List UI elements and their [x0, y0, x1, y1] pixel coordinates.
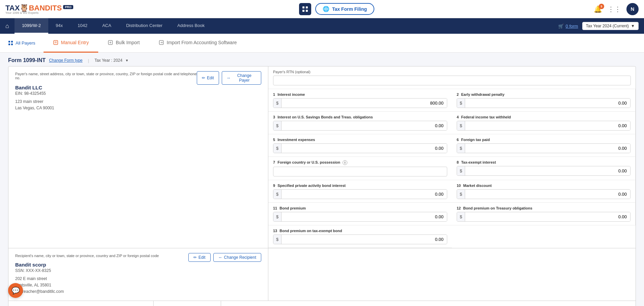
dollar-sign-3: $ — [273, 121, 281, 130]
avatar[interactable]: N — [626, 3, 639, 15]
dollar-sign-5: $ — [273, 144, 281, 153]
recipient-left: Recipient's name, city or town, state or… — [8, 248, 268, 301]
recipient-section: Recipient's name, city or town, state or… — [8, 248, 636, 301]
tabs-row: All Payers Manual Entry Bulk Import Impo… — [0, 34, 644, 53]
field-8-label: 8 Tax-exempt interest — [457, 160, 630, 164]
change-form-type-link[interactable]: Change Form type — [49, 58, 82, 63]
field-7-input[interactable] — [273, 167, 447, 176]
dollar-sign-1: $ — [273, 99, 281, 108]
field-4-label: 4 Federal income tax withheld — [457, 115, 630, 119]
field-13-input[interactable] — [281, 235, 447, 244]
recipient-addr-line2: huntsville, AL 35801 — [15, 282, 261, 288]
field-1-input-wrap: $ — [273, 98, 447, 108]
cart-area[interactable]: 🛒 0 form — [558, 24, 578, 29]
chat-bubble[interactable]: 💬 — [8, 283, 23, 298]
account-cell: Account Number See Instructions If you l… — [8, 301, 154, 306]
field-6-input-wrap: $ — [457, 143, 630, 153]
dollar-sign-13: $ — [273, 235, 281, 244]
form-title: Form 1099-INT — [8, 57, 46, 63]
tax-year-dropdown[interactable]: ▾ — [126, 58, 128, 63]
year-label: Tax Year 2024 (Current) — [586, 24, 629, 28]
tax-form-button[interactable]: 🌐 Tax Form Filing — [315, 3, 374, 15]
nav-label-1042: 1042 — [78, 23, 87, 28]
payer-name: Bandit LLC — [15, 85, 261, 90]
dollar-sign-12: $ — [457, 212, 465, 221]
field-4-input[interactable] — [465, 121, 630, 130]
field-4-input-wrap: $ — [457, 121, 630, 131]
nav-home-button[interactable]: ⌂ — [0, 18, 15, 34]
svg-rect-1 — [306, 6, 308, 8]
change-recipient-button[interactable]: ↔ Change Recipient — [213, 253, 261, 262]
field-9-input[interactable] — [281, 190, 447, 199]
field-11-input[interactable] — [281, 212, 447, 221]
fatca-cell: FATCA filing requirement — [154, 301, 221, 306]
field-5: 5 Investment expenses $ — [268, 134, 452, 157]
recipient-address: 202 E main street huntsville, AL 35801 j… — [15, 276, 261, 295]
home-icon: ⌂ — [5, 23, 9, 30]
field-11-input-wrap: $ — [273, 212, 447, 222]
pro-badge: PRO — [63, 5, 73, 9]
all-payers-link[interactable]: All Payers — [8, 40, 35, 46]
grid-icon-button[interactable] — [299, 3, 311, 15]
field-1-label: 1 Interest income — [273, 92, 447, 96]
top-header: TAX 🦉 BANDITS PRO Your 1099 & W2 Experts… — [0, 0, 644, 18]
import-accounting-icon — [159, 40, 164, 45]
dollar-sign-11: $ — [273, 212, 281, 221]
nav-item-distribution[interactable]: Distribution Center — [119, 18, 170, 34]
nav-bar: ⌂ 1099/W-2 94x 1042 ACA Distribution Cen… — [0, 18, 644, 34]
cart-link[interactable]: 0 form — [566, 24, 578, 29]
apps-grid-button[interactable]: ⋮⋮ — [608, 5, 621, 13]
svg-rect-6 — [8, 44, 10, 45]
dots-grid-icon: ⋮⋮ — [608, 5, 621, 13]
field-8: 8 Tax-exempt interest $ — [452, 157, 636, 180]
tab-import-accounting[interactable]: Import From Accounting Software — [149, 34, 246, 53]
notification-badge: 5 — [599, 4, 604, 9]
field-2-input-wrap: $ — [457, 98, 630, 108]
nav-label-aca: ACA — [102, 23, 111, 28]
notification-button[interactable]: 🔔 5 — [594, 5, 602, 13]
field-7-info-icon[interactable]: i — [343, 160, 347, 165]
payer-edit-button[interactable]: ✏ Edit — [197, 71, 219, 85]
field-3: 3 Interest on U.S. Savings Bonds and Tre… — [268, 112, 452, 134]
svg-rect-2 — [302, 10, 304, 12]
nav-item-94x[interactable]: 94x — [48, 18, 70, 34]
payer-ein: EIN: 98-4325455 — [15, 91, 261, 96]
payer-left: Payer's name, street address, city or to… — [8, 66, 268, 248]
change-payer-button[interactable]: ↔ Change Payer — [222, 71, 261, 85]
tin-cell: 2nd TIN not. i — [221, 301, 289, 306]
tab-bulk-import[interactable]: Bulk Import — [98, 34, 149, 53]
svg-rect-0 — [302, 6, 304, 8]
year-select[interactable]: Tax Year 2024 (Current) ▼ — [582, 22, 639, 30]
tab-manual-entry[interactable]: Manual Entry — [44, 34, 98, 53]
field-8-input[interactable] — [465, 166, 630, 175]
field-2-input[interactable] — [465, 99, 630, 108]
edit-recipient-icon: ✏ — [193, 255, 197, 260]
field-5-input[interactable] — [281, 144, 447, 153]
recipient-edit-button[interactable]: ✏ Edit — [188, 253, 211, 262]
field-2-label: 2 Early withdrawal penalty — [457, 92, 630, 96]
svg-rect-5 — [11, 41, 13, 43]
nav-item-addressbook[interactable]: Address Book — [170, 18, 212, 34]
dollar-sign-6: $ — [457, 144, 465, 153]
nav-item-aca[interactable]: ACA — [95, 18, 119, 34]
dollar-sign-9: $ — [273, 190, 281, 199]
field-10-input[interactable] — [465, 190, 630, 199]
form-scroll-wrapper: Payer's name, street address, city or to… — [0, 66, 644, 306]
manual-entry-icon — [53, 40, 58, 45]
nav-label-1099w2: 1099/W-2 — [22, 23, 41, 28]
field-1-input[interactable] — [281, 99, 447, 108]
field-12-input[interactable] — [465, 212, 630, 221]
field-3-input[interactable] — [281, 121, 447, 130]
nav-item-1042[interactable]: 1042 — [70, 18, 95, 34]
logo-tagline: Your 1099 & W2 Experts — [5, 11, 73, 15]
payer-actions: ✏ Edit ↔ Change Payer — [197, 71, 261, 85]
payer-addr-line1: 123 main streer — [15, 99, 261, 105]
nav-item-1099w2[interactable]: 1099/W-2 — [15, 18, 48, 34]
field-6-input[interactable] — [465, 144, 630, 153]
field-10: 10 Market discount $ — [452, 180, 636, 203]
recipient-addr-line1: 202 E main street — [15, 276, 261, 282]
svg-rect-7 — [11, 44, 13, 45]
payers-rtn-input[interactable] — [273, 76, 631, 85]
nav-label-distribution: Distribution Center — [126, 23, 163, 28]
field-9-input-wrap: $ — [273, 189, 447, 199]
